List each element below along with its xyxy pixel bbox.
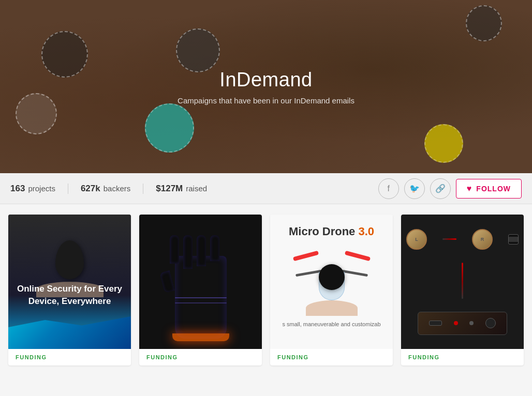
raised-count: $127M xyxy=(156,184,183,194)
card-1-image: Online Security for Every Device, Everyw… xyxy=(8,215,131,349)
card-4[interactable]: L R xyxy=(401,215,524,365)
drone-title: Micro Drone 3.0 xyxy=(289,225,374,238)
backers-label: backers xyxy=(104,184,131,193)
facebook-button[interactable]: f xyxy=(378,178,399,199)
card-4-background: L R xyxy=(401,215,524,349)
card-4-image: L R xyxy=(401,215,524,349)
glove-shape xyxy=(162,225,240,339)
hero-subtitle: Campaigns that have been in our InDemand… xyxy=(178,96,354,105)
tracker-dot-3 xyxy=(145,103,194,153)
card-3-image: Micro Drone 3.0 s small, xyxy=(270,215,393,349)
twitter-button[interactable]: 🐦 xyxy=(404,178,425,199)
left-earphone: L xyxy=(406,229,427,250)
card-1-wave xyxy=(8,313,131,349)
card-1-badge: FUNDING xyxy=(8,349,131,365)
card-3-background: Micro Drone 3.0 s small, xyxy=(270,215,393,349)
projects-label: projects xyxy=(28,184,55,193)
link-icon: 🔗 xyxy=(435,184,446,193)
controller xyxy=(418,312,508,335)
card-3-badge: FUNDING xyxy=(270,349,393,365)
hero-section: InDemand Campaigns that have been in our… xyxy=(0,0,532,173)
card-1-background: Online Security for Every Device, Everyw… xyxy=(8,215,131,349)
stats-bar: 163 projects 627k backers $127M raised f… xyxy=(0,173,532,204)
card-2-image xyxy=(139,215,262,349)
cards-grid: Online Security for Every Device, Everyw… xyxy=(0,204,532,376)
social-icons-group: f 🐦 🔗 ♥ FOLLOW xyxy=(378,178,522,199)
top-earphones: L R xyxy=(406,229,519,250)
card-1-text: Online Security for Every Device, Everyw… xyxy=(8,283,131,308)
heart-icon: ♥ xyxy=(467,184,472,193)
drone-caption: s small, maneuverable and customizab xyxy=(279,321,383,327)
drone-illustration xyxy=(290,249,373,316)
follow-label: FOLLOW xyxy=(476,185,511,193)
tracker-dot-4 xyxy=(176,28,220,72)
card-1[interactable]: Online Security for Every Device, Everyw… xyxy=(8,215,131,365)
backers-stat: 627k backers xyxy=(68,184,143,194)
link-button[interactable]: 🔗 xyxy=(430,178,451,199)
backers-count: 627k xyxy=(81,184,100,194)
hero-title: InDemand xyxy=(219,69,312,91)
tracker-dot-1 xyxy=(16,93,57,134)
twitter-icon: 🐦 xyxy=(409,184,420,193)
security-device xyxy=(55,240,84,279)
raised-label: raised xyxy=(186,184,207,193)
follow-button[interactable]: ♥ FOLLOW xyxy=(456,179,522,199)
cable-section xyxy=(406,263,519,299)
usb-plug xyxy=(508,234,519,245)
card-3[interactable]: Micro Drone 3.0 s small, xyxy=(270,215,393,365)
card-2-background xyxy=(139,215,262,349)
raised-stat: $127M raised xyxy=(143,184,219,194)
projects-count: 163 xyxy=(10,184,25,194)
right-earphone: R xyxy=(472,229,493,250)
card-2-badge: FUNDING xyxy=(139,349,262,365)
tracker-dot-6 xyxy=(466,5,502,41)
tracker-dot-2 xyxy=(41,31,88,78)
tracker-dot-5 xyxy=(424,124,463,163)
drone-version: 3.0 xyxy=(358,225,374,238)
card-4-badge: FUNDING xyxy=(401,349,524,365)
facebook-icon: f xyxy=(388,184,390,193)
projects-stat: 163 projects xyxy=(10,184,68,194)
card-2[interactable]: FUNDING xyxy=(139,215,262,365)
